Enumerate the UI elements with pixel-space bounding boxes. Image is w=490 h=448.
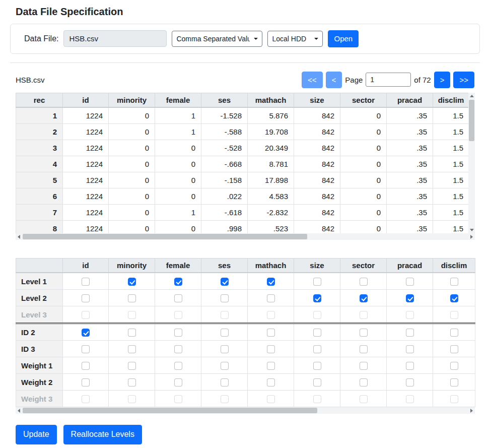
scroll-up-arrow-icon[interactable] xyxy=(468,93,475,99)
checkbox-id-2-female[interactable] xyxy=(174,329,182,337)
spec-row-label: Level 1 xyxy=(16,273,63,290)
checkbox-weight-2-minority[interactable] xyxy=(128,378,136,387)
checkbox-weight-2-ses[interactable] xyxy=(221,378,229,387)
spec-column-header-id: id xyxy=(63,259,109,273)
checkbox-level-2-disclim[interactable] xyxy=(450,294,458,302)
checkbox-id-2-pracad[interactable] xyxy=(406,329,414,337)
open-button[interactable]: Open xyxy=(328,30,359,47)
scroll-right-arrow-icon[interactable] xyxy=(468,407,475,414)
checkbox-weight-2-pracad[interactable] xyxy=(406,378,414,387)
checkbox-cell xyxy=(294,306,340,324)
checkbox-cell xyxy=(433,290,475,306)
checkbox-id-2-size[interactable] xyxy=(313,329,321,337)
checkbox-level-1-disclim[interactable] xyxy=(450,278,458,286)
data-cell: 0 xyxy=(155,221,201,234)
checkbox-id-2-ses[interactable] xyxy=(221,329,229,337)
update-button[interactable]: Update xyxy=(16,425,57,444)
checkbox-weight-2-female[interactable] xyxy=(174,378,182,387)
data-cell: 0 xyxy=(109,140,155,156)
pagination: << < Page of 72 > >> xyxy=(302,72,474,89)
checkbox-level-2-mathach[interactable] xyxy=(267,294,275,302)
spec-row-level-2: Level 2 xyxy=(16,290,475,306)
page-number-input[interactable] xyxy=(366,73,411,87)
checkbox-cell xyxy=(109,324,155,341)
checkbox-weight-1-sector[interactable] xyxy=(360,362,368,370)
checkbox-weight-1-size[interactable] xyxy=(313,362,321,370)
column-header-size: size xyxy=(294,93,340,108)
data-cell: 0 xyxy=(109,188,155,205)
checkbox-id-3-id[interactable] xyxy=(82,345,90,353)
checkbox-weight-3-size xyxy=(313,395,321,403)
file-source-select[interactable]: Local HDD xyxy=(267,31,323,47)
checkbox-weight-1-ses[interactable] xyxy=(221,362,229,370)
checkbox-id-3-ses[interactable] xyxy=(221,345,229,353)
checkbox-weight-2-disclim[interactable] xyxy=(450,378,458,387)
reallocate-levels-button[interactable]: Reallocate Levels xyxy=(63,425,142,444)
checkbox-weight-1-female[interactable] xyxy=(174,362,182,370)
data-cell: 0 xyxy=(155,172,201,188)
horizontal-scrollbar-thumb[interactable] xyxy=(23,408,317,413)
checkbox-level-2-minority[interactable] xyxy=(128,294,136,302)
checkbox-level-1-pracad[interactable] xyxy=(406,278,414,286)
vertical-scrollbar-thumb[interactable] xyxy=(469,100,474,141)
checkbox-id-2-minority[interactable] xyxy=(128,329,136,337)
table-row: 1122401-1.5285.8768420.351.5 xyxy=(16,107,469,124)
checkbox-id-3-size[interactable] xyxy=(313,345,321,353)
checkbox-weight-1-mathach[interactable] xyxy=(267,362,275,370)
checkbox-level-1-id[interactable] xyxy=(82,278,90,286)
scroll-down-arrow-icon[interactable] xyxy=(468,227,475,233)
scroll-left-arrow-icon[interactable] xyxy=(16,407,22,414)
data-cell: 4.583 xyxy=(248,188,294,205)
scroll-right-arrow-icon[interactable] xyxy=(468,233,475,240)
checkbox-level-1-size[interactable] xyxy=(313,278,321,286)
checkbox-level-1-mathach[interactable] xyxy=(267,278,275,286)
checkbox-id-3-disclim[interactable] xyxy=(450,345,458,353)
checkbox-level-1-ses[interactable] xyxy=(221,278,229,286)
checkbox-level-1-minority[interactable] xyxy=(128,278,136,286)
data-cell: -.618 xyxy=(201,205,248,221)
file-format-select[interactable]: Comma Separated Value xyxy=(172,31,262,47)
checkbox-weight-2-id[interactable] xyxy=(82,378,90,387)
checkbox-weight-2-mathach[interactable] xyxy=(267,378,275,387)
checkbox-level-2-female[interactable] xyxy=(174,294,182,302)
checkbox-level-2-ses[interactable] xyxy=(221,294,229,302)
checkbox-cell xyxy=(340,306,387,324)
data-file-input[interactable] xyxy=(63,30,167,47)
checkbox-weight-1-minority[interactable] xyxy=(128,362,136,370)
checkbox-id-3-minority[interactable] xyxy=(128,345,136,353)
checkbox-cell xyxy=(201,391,248,407)
checkbox-id-2-id[interactable] xyxy=(82,329,90,337)
checkbox-id-3-sector[interactable] xyxy=(360,345,368,353)
checkbox-cell xyxy=(433,341,475,357)
checkbox-level-2-pracad[interactable] xyxy=(406,294,414,302)
checkbox-id-3-female[interactable] xyxy=(174,345,182,353)
checkbox-weight-2-sector[interactable] xyxy=(360,378,368,387)
spec-column-header-female: female xyxy=(155,259,201,273)
checkbox-level-2-sector[interactable] xyxy=(360,294,368,302)
spec-row-label: Level 3 xyxy=(16,306,63,324)
checkbox-cell xyxy=(201,357,248,374)
checkbox-cell xyxy=(63,324,109,341)
checkbox-id-2-sector[interactable] xyxy=(360,329,368,337)
scroll-left-arrow-icon[interactable] xyxy=(16,233,22,240)
checkbox-cell xyxy=(109,290,155,306)
horizontal-scrollbar-thumb[interactable] xyxy=(23,234,307,239)
checkbox-id-3-mathach[interactable] xyxy=(267,345,275,353)
checkbox-id-3-pracad[interactable] xyxy=(406,345,414,353)
checkbox-level-2-id[interactable] xyxy=(82,294,90,302)
checkbox-id-2-mathach[interactable] xyxy=(267,329,275,337)
checkbox-weight-1-id[interactable] xyxy=(82,362,90,370)
checkbox-level-1-sector[interactable] xyxy=(360,278,368,286)
last-page-button[interactable]: >> xyxy=(453,72,474,89)
spec-row-weight-2: Weight 2 xyxy=(16,374,475,391)
checkbox-weight-1-disclim[interactable] xyxy=(450,362,458,370)
checkbox-cell xyxy=(201,273,248,290)
checkbox-level-2-size[interactable] xyxy=(313,294,321,302)
checkbox-level-3-size xyxy=(313,311,321,319)
checkbox-id-2-disclim[interactable] xyxy=(450,329,458,337)
checkbox-level-1-female[interactable] xyxy=(174,278,182,286)
checkbox-weight-2-size[interactable] xyxy=(313,378,321,387)
next-page-button[interactable]: > xyxy=(434,72,451,89)
checkbox-cell xyxy=(340,273,387,290)
checkbox-weight-1-pracad[interactable] xyxy=(406,362,414,370)
